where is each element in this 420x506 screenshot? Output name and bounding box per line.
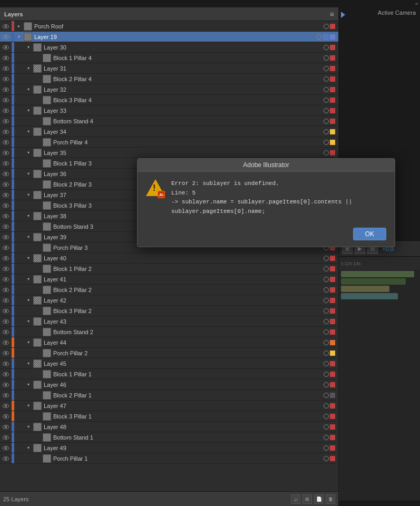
- visibility-toggle[interactable]: [0, 393, 12, 397]
- layer-row[interactable]: ▾Layer 33: [0, 105, 338, 116]
- visibility-toggle[interactable]: [0, 140, 12, 144]
- visibility-toggle[interactable]: [0, 309, 12, 313]
- visibility-toggle[interactable]: [0, 362, 12, 366]
- target-circle[interactable]: [324, 319, 329, 324]
- layer-color-square[interactable]: [330, 435, 335, 440]
- visibility-toggle[interactable]: [0, 225, 12, 229]
- expand-arrow[interactable]: ▾: [24, 192, 33, 197]
- expand-arrow[interactable]: ▾: [24, 382, 33, 387]
- layer-color-square[interactable]: [330, 129, 335, 134]
- visibility-toggle[interactable]: [0, 35, 12, 39]
- add-sublayer-button[interactable]: ⊞: [302, 494, 312, 504]
- expand-arrow[interactable]: ▾: [24, 277, 33, 281]
- layer-row[interactable]: ▾Layer 42: [0, 295, 338, 306]
- target-circle[interactable]: [324, 287, 329, 293]
- visibility-toggle[interactable]: [0, 24, 12, 28]
- layer-color-square[interactable]: [330, 393, 335, 398]
- layer-row[interactable]: Porch Pillar 4: [0, 137, 338, 148]
- layer-color-square[interactable]: [330, 45, 335, 50]
- layer-row[interactable]: Bottom Stand 1: [0, 432, 338, 443]
- visibility-toggle[interactable]: [0, 340, 12, 345]
- add-layer-button[interactable]: 📄: [314, 494, 324, 504]
- visibility-toggle[interactable]: [0, 151, 12, 155]
- target-circle[interactable]: [324, 361, 329, 366]
- layer-row[interactable]: Bottom Stand 4: [0, 116, 338, 126]
- layer-row[interactable]: Block 1 Pillar 2: [0, 264, 338, 274]
- expand-arrow[interactable]: ▾: [24, 213, 33, 218]
- expand-arrow[interactable]: ▾: [14, 34, 24, 39]
- layer-row[interactable]: Block 3 Pillar 1: [0, 411, 338, 422]
- visibility-toggle[interactable]: [0, 383, 12, 387]
- expand-arrow[interactable]: ▾: [24, 361, 33, 366]
- visibility-toggle[interactable]: [0, 435, 12, 440]
- visibility-toggle[interactable]: [0, 288, 12, 292]
- layer-color-square[interactable]: [330, 361, 335, 366]
- layer-color-square[interactable]: [330, 372, 335, 377]
- search-button[interactable]: ⌕: [291, 494, 300, 504]
- target-circle[interactable]: [324, 76, 329, 82]
- delete-layer-button[interactable]: 🗑: [326, 494, 335, 504]
- visibility-toggle[interactable]: [0, 193, 12, 197]
- dialog-ok-button[interactable]: OK: [353, 228, 386, 240]
- target-circle[interactable]: [324, 435, 329, 440]
- target-circle[interactable]: [324, 66, 329, 71]
- target-circle[interactable]: [324, 329, 329, 335]
- target-circle[interactable]: [324, 129, 329, 134]
- layer-color-square[interactable]: [330, 108, 335, 113]
- target-circle[interactable]: [324, 55, 329, 61]
- layer-row[interactable]: Porch Pillar 2: [0, 348, 338, 358]
- target-circle[interactable]: [324, 308, 329, 314]
- expand-arrow[interactable]: ▾: [24, 445, 33, 450]
- visibility-toggle[interactable]: [0, 235, 12, 239]
- expand-arrow[interactable]: ▾: [24, 150, 33, 155]
- target-circle[interactable]: [324, 140, 329, 145]
- target-circle[interactable]: [324, 456, 329, 461]
- expand-arrow[interactable]: ▸: [14, 24, 24, 28]
- target-circle[interactable]: [324, 45, 329, 50]
- visibility-toggle[interactable]: [0, 425, 12, 429]
- visibility-toggle[interactable]: [0, 98, 12, 102]
- layer-row[interactable]: ▾Layer 44: [0, 337, 338, 348]
- layer-row[interactable]: ▾Layer 47: [0, 401, 338, 411]
- visibility-toggle[interactable]: [0, 351, 12, 355]
- visibility-toggle[interactable]: [0, 87, 12, 92]
- visibility-toggle[interactable]: [0, 130, 12, 134]
- layer-color-square[interactable]: [330, 298, 335, 303]
- visibility-toggle[interactable]: [0, 256, 12, 260]
- expand-arrow[interactable]: ▾: [24, 256, 33, 260]
- visibility-toggle[interactable]: [0, 77, 12, 81]
- target-circle[interactable]: [324, 266, 329, 271]
- layer-color-square[interactable]: [330, 287, 335, 293]
- layer-row[interactable]: ▾Layer 43: [0, 316, 338, 327]
- visibility-toggle[interactable]: [0, 267, 12, 271]
- collapse-icon[interactable]: «: [415, 1, 418, 6]
- layer-row[interactable]: Block 2 Pillar 4: [0, 74, 338, 84]
- visibility-toggle[interactable]: [0, 456, 12, 461]
- layer-color-square[interactable]: [330, 24, 335, 29]
- visibility-toggle[interactable]: [0, 372, 12, 376]
- layer-row[interactable]: ▸Porch Roof: [0, 21, 338, 32]
- layer-row[interactable]: ▾Layer 31: [0, 63, 338, 74]
- visibility-toggle[interactable]: [0, 172, 12, 176]
- target-circle[interactable]: [324, 277, 329, 282]
- target-circle[interactable]: [324, 445, 329, 451]
- expand-arrow[interactable]: ▾: [24, 129, 33, 134]
- target-circle[interactable]: [324, 393, 329, 398]
- layer-color-square[interactable]: [330, 424, 335, 430]
- visibility-toggle[interactable]: [0, 214, 12, 218]
- layer-color-square[interactable]: [330, 340, 335, 345]
- layers-menu-icon[interactable]: ≡: [330, 10, 334, 18]
- expand-arrow[interactable]: ▾: [24, 235, 33, 239]
- expand-arrow[interactable]: ▾: [24, 45, 33, 50]
- layer-color-square[interactable]: [330, 403, 335, 408]
- expand-arrow[interactable]: ▾: [24, 424, 33, 429]
- target-circle[interactable]: [324, 372, 329, 377]
- layer-row[interactable]: ▾Layer 41: [0, 274, 338, 285]
- visibility-toggle[interactable]: [0, 298, 12, 303]
- target-circle[interactable]: [324, 403, 329, 408]
- layer-color-square[interactable]: [330, 55, 335, 61]
- layer-color-square[interactable]: [330, 319, 335, 324]
- layer-color-square[interactable]: [330, 414, 335, 419]
- layer-row[interactable]: ▾Layer 40: [0, 253, 338, 264]
- layer-row[interactable]: ▾Layer 49: [0, 443, 338, 453]
